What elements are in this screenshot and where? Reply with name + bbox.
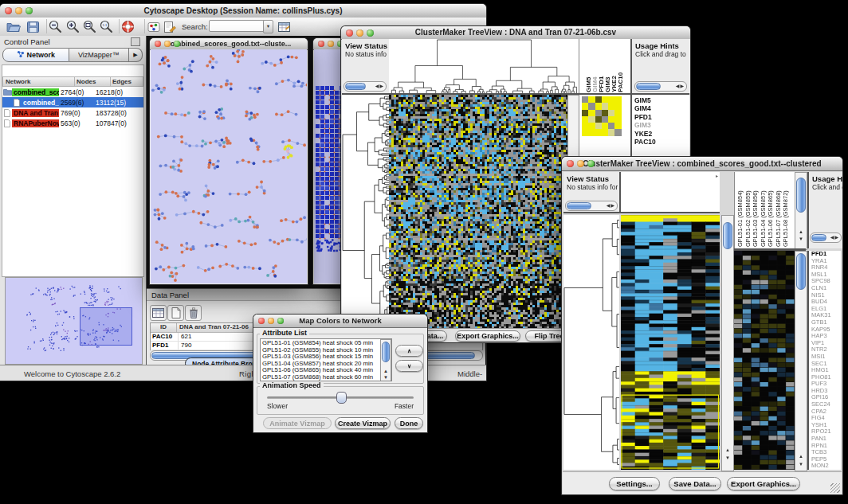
- scroll-arrows-icon[interactable]: ◀▶: [375, 82, 384, 91]
- matrix-cell[interactable]: [582, 129, 588, 135]
- matrix-cell[interactable]: [595, 110, 602, 116]
- gene-label[interactable]: GIM3: [634, 121, 689, 129]
- gene-label[interactable]: HRD3: [811, 388, 841, 395]
- minimize-button[interactable]: [577, 160, 584, 167]
- gene-label[interactable]: PAN1: [811, 436, 841, 443]
- attribute-browser-icon[interactable]: [275, 19, 292, 36]
- column-label[interactable]: GPL51-04 (GSM857): [760, 174, 768, 247]
- network-tree-row[interactable]: combined_scores2764(0)16218(0): [2, 87, 143, 97]
- gene-label[interactable]: YRA1: [811, 258, 841, 265]
- scrollbar-thumb[interactable]: [567, 202, 591, 209]
- gene-label[interactable]: ELG1: [811, 306, 841, 313]
- gene-label[interactable]: BUD4: [811, 299, 841, 306]
- titlebar[interactable]: Map Colors to Network: [253, 315, 427, 328]
- column-header-edges[interactable]: Edges: [111, 76, 143, 87]
- column-label[interactable]: GIM5: [585, 41, 591, 92]
- scrollbar-thumb[interactable]: [345, 83, 366, 90]
- column-dendrogram[interactable]: [389, 39, 579, 93]
- attribute-listbox[interactable]: GPL51-01 (GSM854) heat shock 05 minGPL51…: [260, 338, 392, 381]
- usage-hints-scrollbar[interactable]: ◀▶: [634, 81, 687, 92]
- column-label[interactable]: GPL51-07 (GSM868): [775, 174, 783, 247]
- close-button[interactable]: [155, 41, 161, 47]
- matrix-cell[interactable]: [608, 96, 614, 103]
- titlebar[interactable]: ClusterMaker TreeView : DNA and Tran 07-…: [341, 26, 690, 40]
- close-button[interactable]: [258, 318, 265, 324]
- gene-label[interactable]: RNR4: [811, 264, 841, 272]
- matrix-cell[interactable]: [602, 103, 608, 109]
- gene-label[interactable]: PFD1: [634, 113, 689, 121]
- matrix-cell[interactable]: [595, 123, 602, 129]
- column-header-nodes[interactable]: Nodes: [75, 76, 111, 87]
- row-dendrogram[interactable]: [342, 95, 389, 328]
- gene-label[interactable]: SPC98: [811, 278, 841, 285]
- matrix-cell[interactable]: [614, 103, 621, 109]
- scroll-down-icon[interactable]: ▼: [381, 375, 391, 381]
- close-button[interactable]: [318, 41, 324, 47]
- matrix-cell[interactable]: [608, 110, 614, 116]
- column-label[interactable]: GPL51-01 (GSM854): [736, 174, 744, 247]
- resize-grip[interactable]: [830, 483, 840, 493]
- minimize-button[interactable]: [268, 318, 274, 324]
- heatmap-canvas[interactable]: [389, 95, 567, 328]
- scroll-down-icon[interactable]: ▼: [795, 462, 807, 467]
- gene-label[interactable]: MAK31: [811, 312, 841, 319]
- tab-overflow-button[interactable]: ▶: [129, 48, 143, 62]
- matrix-cell[interactable]: [602, 129, 608, 135]
- column-label[interactable]: GPL51-03 (GSM856): [752, 174, 760, 247]
- matrix-cell[interactable]: [588, 116, 595, 123]
- scrollbar-thumb[interactable]: [382, 342, 390, 362]
- column-label[interactable]: GIM4: [591, 41, 598, 92]
- secondary-heatmap-canvas[interactable]: [734, 251, 795, 470]
- minimize-button[interactable]: [356, 29, 363, 37]
- heatmap-canvas[interactable]: [621, 215, 720, 470]
- gene-label[interactable]: GIM5: [634, 96, 689, 104]
- gene-label[interactable]: RPN1: [811, 443, 841, 450]
- network-tree-row[interactable]: DNA and Tran 07769(0)183728(0): [2, 107, 143, 118]
- gene-label[interactable]: MON2: [811, 463, 841, 470]
- move-down-button[interactable]: ∨: [395, 360, 423, 372]
- matrix-cell[interactable]: [595, 96, 602, 103]
- main-titlebar[interactable]: Cytoscape Desktop (Session Name: collins…: [0, 4, 486, 18]
- view-status-scrollbar[interactable]: ◀▶: [344, 81, 387, 92]
- save-icon[interactable]: [24, 18, 41, 35]
- search-input[interactable]: [209, 20, 266, 32]
- view-status-scrollbar[interactable]: ◀▶: [565, 201, 618, 211]
- matrix-cell[interactable]: [582, 123, 588, 129]
- scroll-up-icon[interactable]: ▲: [795, 454, 807, 459]
- zoom-button[interactable]: [174, 41, 180, 47]
- secondary-vscrollbar[interactable]: ▲ ▼: [795, 251, 807, 471]
- network-tree-row[interactable]: combined_sco2569(6)13112(15): [2, 97, 143, 107]
- column-label[interactable]: GPL51-06 (GSM865): [767, 174, 775, 247]
- animate-vizmap-button[interactable]: Animate Vizmap: [263, 417, 332, 429]
- annotation-icon[interactable]: [161, 18, 179, 35]
- zoom-button[interactable]: [26, 7, 33, 14]
- column-labels-vscrollbar[interactable]: ▲ ▼: [795, 172, 807, 250]
- matrix-cell[interactable]: [608, 123, 614, 129]
- export-graphics-button[interactable]: Export Graphics...: [455, 330, 520, 342]
- heatmap-vscrollbar[interactable]: ▲ ▼: [721, 215, 734, 471]
- usage-hints-scrollbar[interactable]: ◀▶: [810, 232, 842, 243]
- scrollbar-thumb[interactable]: [811, 234, 826, 241]
- close-button[interactable]: [567, 160, 574, 167]
- matrix-cell[interactable]: [582, 110, 588, 116]
- create-vizmap-button[interactable]: Create Vizmap: [335, 417, 391, 429]
- matrix-cell[interactable]: [608, 116, 614, 123]
- gene-label[interactable]: GPI16: [811, 394, 841, 401]
- horizontal-divider[interactable]: [563, 212, 720, 213]
- gene-label[interactable]: YKE2: [634, 130, 689, 138]
- matrix-cell[interactable]: [608, 129, 614, 135]
- column-header-network[interactable]: Network: [2, 76, 75, 87]
- zoom-button[interactable]: [277, 318, 284, 324]
- matrix-cell[interactable]: [582, 96, 588, 103]
- scroll-up-icon[interactable]: ▲: [722, 447, 733, 453]
- attribute-grid-icon[interactable]: [150, 305, 167, 321]
- scroll-arrows-icon[interactable]: ◀▶: [830, 233, 839, 242]
- column-label[interactable]: GIM3: [604, 41, 610, 92]
- help-lifering-icon[interactable]: [119, 18, 136, 35]
- done-button[interactable]: Done: [395, 417, 423, 429]
- new-attribute-icon[interactable]: [167, 305, 184, 321]
- tab-network[interactable]: Network: [2, 48, 69, 62]
- network-tree-row[interactable]: RNAPuberNov2+563(0)107847(0): [2, 118, 143, 128]
- scroll-down-icon[interactable]: ▼: [795, 236, 807, 242]
- matrix-cell[interactable]: [614, 110, 621, 116]
